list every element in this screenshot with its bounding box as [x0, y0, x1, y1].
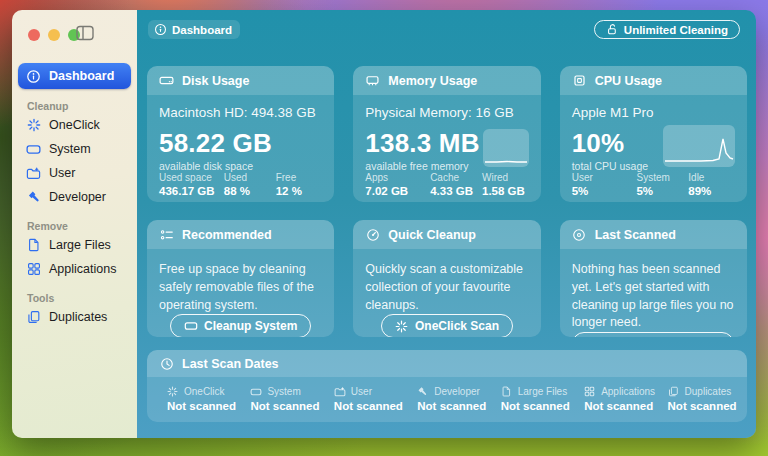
- memory-stats: Apps 7.02 GB Cache 4.33 GB Wired 1.58 GB: [365, 172, 528, 197]
- app-window: Dashboard Cleanup OneClick System User: [12, 10, 756, 438]
- memory-usage-body: Physical Memory: 16 GB 138.3 MB availabl…: [353, 95, 540, 202]
- stat-cache: Cache 4.33 GB: [430, 172, 482, 197]
- sidebar-item-label: OneClick: [49, 118, 100, 132]
- stat-used-pct: Used 88 %: [224, 172, 276, 197]
- stat-user: User 5%: [572, 172, 637, 197]
- scan-status: Not scanned: [167, 400, 236, 412]
- scan-col-large-files: Large Files Not scanned: [489, 386, 572, 412]
- cpu-stats: User 5% System 5% Idle 89%: [572, 172, 735, 197]
- sidebar-item-label: Duplicates: [49, 310, 107, 324]
- recommended-description: Free up space by cleaning safely removab…: [159, 261, 322, 314]
- scan-col-applications: Applications Not scanned: [572, 386, 655, 412]
- info-circle-icon: [154, 23, 167, 36]
- system-rect-icon: [184, 319, 198, 333]
- sparkle-icon: [26, 118, 41, 133]
- last-scanned-body: Nothing has been scanned yet. Let's get …: [560, 249, 747, 337]
- cpu-usage-body: Apple M1 Pro 10% total CPU usage User 5%: [560, 95, 747, 202]
- doc-on-doc-icon: [668, 386, 680, 398]
- card-title: Quick Cleanup: [388, 228, 476, 242]
- scan-col-duplicates: Duplicates Not scanned: [656, 386, 739, 412]
- window-controls: [18, 24, 131, 44]
- memory-sparkline-chart: [483, 129, 529, 167]
- oneclick-scan-label: OneClick Scan: [415, 319, 499, 333]
- action-cards-row: Recommended Free up space by cleaning sa…: [147, 220, 747, 337]
- scan-col-developer: Developer Not scanned: [405, 386, 488, 412]
- page-title-chip: Dashboard: [148, 20, 240, 39]
- unlimited-cleaning-button[interactable]: Unlimited Cleaning: [594, 20, 740, 39]
- sidebar-item-user[interactable]: User: [18, 161, 131, 185]
- sparkle-icon: [167, 386, 179, 398]
- sidebar-item-large-files[interactable]: Large Files: [18, 233, 131, 257]
- last-scanned-header: Last Scanned: [560, 220, 747, 249]
- cpu-usage-header: CPU Usage: [560, 66, 747, 95]
- scan-status: Not scanned: [417, 400, 486, 412]
- lock-open-icon: [606, 23, 619, 36]
- document-icon: [501, 386, 513, 398]
- card-title: Last Scan Dates: [182, 357, 279, 371]
- main-content: Dashboard Unlimited Cleaning Disk Usage: [137, 10, 756, 438]
- disk-usage-header: Disk Usage: [147, 66, 334, 95]
- cleanup-system-button[interactable]: Cleanup System: [170, 314, 311, 337]
- oneclick-scan-button[interactable]: OneClick Scan: [381, 314, 513, 337]
- memory-usage-card: Memory Usage Physical Memory: 16 GB 138.…: [353, 66, 540, 202]
- card-title: Recommended: [182, 228, 272, 242]
- scan-col-system: System Not scanned: [238, 386, 321, 412]
- recommended-header: Recommended: [147, 220, 334, 249]
- sidebar-toggle-icon[interactable]: [76, 25, 94, 41]
- stat-used-space: Used space 436.17 GB: [159, 172, 224, 197]
- sidebar-section-cleanup: Cleanup: [27, 100, 129, 112]
- stat-wired: Wired 1.58 GB: [482, 172, 529, 197]
- internal-drive-icon: [159, 73, 174, 88]
- stat-apps: Apps 7.02 GB: [365, 172, 430, 197]
- cleanup-system-label: Cleanup System: [204, 319, 297, 333]
- cpu-chip-icon: [572, 73, 587, 88]
- memory-chip-icon: [365, 73, 380, 88]
- memory-usage-header: Memory Usage: [353, 66, 540, 95]
- document-icon: [26, 238, 41, 253]
- info-circle-icon: [26, 69, 41, 84]
- scan-status: Not scanned: [250, 400, 319, 412]
- gauge-icon: [365, 227, 380, 242]
- quick-cleanup-header: Quick Cleanup: [353, 220, 540, 249]
- page-title: Dashboard: [172, 24, 232, 36]
- sidebar-item-applications[interactable]: Applications: [18, 257, 131, 281]
- hammer-icon: [26, 190, 41, 205]
- checklist-icon: [159, 227, 174, 242]
- sidebar-item-dashboard[interactable]: Dashboard: [18, 63, 131, 89]
- scan-status: Not scanned: [668, 400, 737, 412]
- hammer-icon: [417, 386, 429, 398]
- sidebar-item-developer[interactable]: Developer: [18, 185, 131, 209]
- sidebar-item-duplicates[interactable]: Duplicates: [18, 305, 131, 329]
- close-window-button[interactable]: [28, 29, 40, 41]
- sidebar-item-label: User: [49, 166, 75, 180]
- quick-cleanup-card: Quick Cleanup Quickly scan a customizabl…: [353, 220, 540, 337]
- sidebar-item-label: System: [49, 142, 91, 156]
- stat-free-pct: Free 12 %: [276, 172, 323, 197]
- scan-status: Not scanned: [584, 400, 653, 412]
- scan-status: Not scanned: [334, 400, 403, 412]
- recommended-body: Free up space by cleaning safely removab…: [147, 249, 334, 337]
- last-scan-dates-card: Last Scan Dates OneClick Not scanned: [147, 350, 747, 422]
- sidebar-item-oneclick[interactable]: OneClick: [18, 113, 131, 137]
- sidebar-item-system[interactable]: System: [18, 137, 131, 161]
- minimize-window-button[interactable]: [48, 29, 60, 41]
- disk-stats: Used space 436.17 GB Used 88 % Free 12 %: [159, 172, 322, 197]
- last-scan-dates-header: Last Scan Dates: [147, 350, 747, 377]
- cleanup-large-files-button[interactable]: Cleanup Large Files: [572, 332, 734, 337]
- scan-col-user: User Not scanned: [322, 386, 405, 412]
- stat-system: System 5%: [636, 172, 688, 197]
- memory-subtitle: Physical Memory: 16 GB: [365, 105, 528, 120]
- quick-cleanup-description: Quickly scan a customizable collection o…: [365, 261, 528, 314]
- card-title: Memory Usage: [388, 74, 477, 88]
- quick-cleanup-body: Quickly scan a customizable collection o…: [353, 249, 540, 337]
- cpu-usage-card: CPU Usage Apple M1 Pro 10% total CPU usa…: [560, 66, 747, 202]
- cpu-sparkline-chart: [663, 125, 735, 167]
- sidebar-item-label: Applications: [49, 262, 116, 276]
- app-grid-icon: [584, 386, 596, 398]
- last-scanned-card: Last Scanned Nothing has been scanned ye…: [560, 220, 747, 337]
- last-scan-columns: OneClick Not scanned System Not scanned: [147, 377, 747, 422]
- target-circle-icon: [572, 227, 587, 242]
- screen: Dashboard Cleanup OneClick System User: [0, 0, 768, 456]
- stat-idle: Idle 89%: [688, 172, 735, 197]
- app-grid-icon: [26, 262, 41, 277]
